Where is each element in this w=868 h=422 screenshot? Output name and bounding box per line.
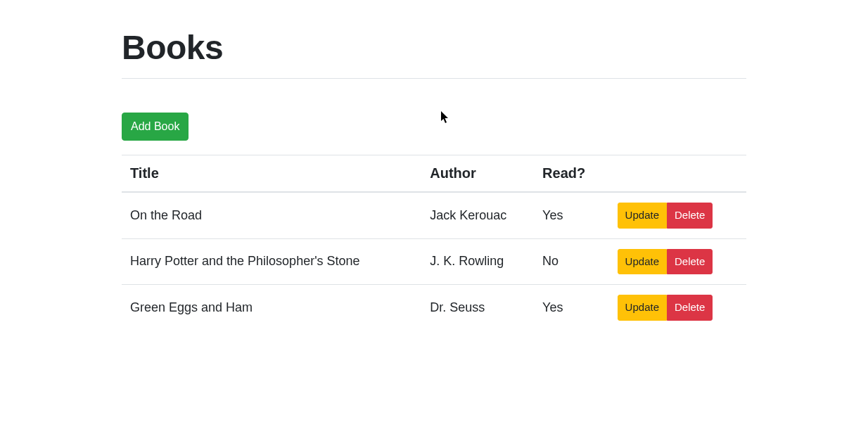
cell-author: Dr. Seuss xyxy=(421,285,534,331)
cell-title: Green Eggs and Ham xyxy=(122,285,421,331)
table-row: On the Road Jack Kerouac Yes Update Dele… xyxy=(122,192,746,238)
cell-read: Yes xyxy=(534,192,609,238)
page-title: Books xyxy=(122,28,746,67)
cell-actions: Update Delete xyxy=(609,192,746,238)
cell-read: No xyxy=(534,238,609,285)
cell-author: J. K. Rowling xyxy=(421,238,534,285)
table-header-actions xyxy=(609,155,746,193)
cell-author: Jack Kerouac xyxy=(421,192,534,238)
books-table: Title Author Read? On the Road Jack Kero… xyxy=(122,155,746,331)
add-book-button[interactable]: Add Book xyxy=(122,113,189,141)
table-row: Green Eggs and Ham Dr. Seuss Yes Update … xyxy=(122,285,746,331)
table-header-title: Title xyxy=(122,155,421,193)
delete-button[interactable]: Delete xyxy=(667,249,713,275)
cell-actions: Update Delete xyxy=(609,238,746,285)
cell-read: Yes xyxy=(534,285,609,331)
update-button[interactable]: Update xyxy=(618,203,667,229)
table-header-author: Author xyxy=(421,155,534,193)
update-button[interactable]: Update xyxy=(618,249,667,275)
table-header-read: Read? xyxy=(534,155,609,193)
delete-button[interactable]: Delete xyxy=(667,295,713,321)
update-button[interactable]: Update xyxy=(618,295,667,321)
table-row: Harry Potter and the Philosopher's Stone… xyxy=(122,238,746,285)
delete-button[interactable]: Delete xyxy=(667,203,713,229)
cell-title: On the Road xyxy=(122,192,421,238)
cell-actions: Update Delete xyxy=(609,285,746,331)
cell-title: Harry Potter and the Philosopher's Stone xyxy=(122,238,421,285)
title-divider xyxy=(122,78,746,79)
